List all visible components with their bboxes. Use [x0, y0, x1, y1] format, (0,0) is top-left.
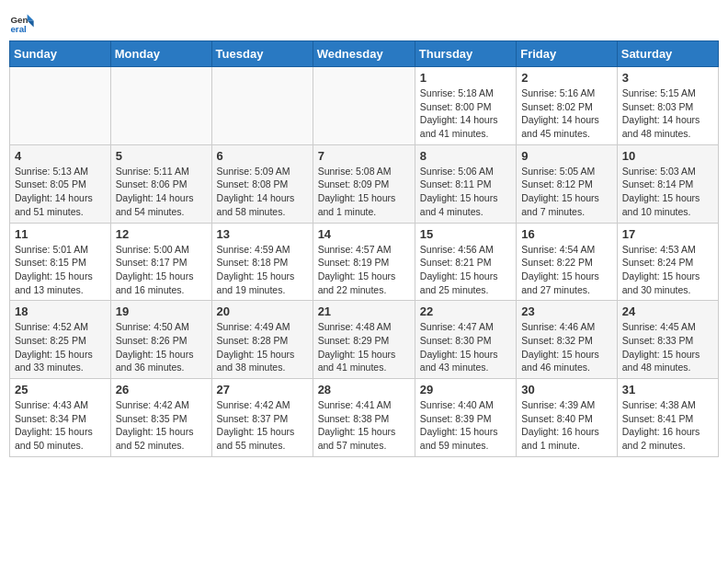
day-number: 10 — [622, 149, 713, 163]
day-number: 5 — [116, 149, 207, 163]
calendar-week-row: 4Sunrise: 5:13 AM Sunset: 8:05 PM Daylig… — [10, 144, 719, 223]
calendar-cell: 12Sunrise: 5:00 AM Sunset: 8:17 PM Dayli… — [110, 223, 211, 301]
calendar-cell: 22Sunrise: 4:47 AM Sunset: 8:30 PM Dayli… — [415, 301, 516, 379]
day-number: 21 — [318, 304, 410, 318]
day-info: Sunrise: 5:18 AM Sunset: 8:00 PM Dayligh… — [420, 86, 511, 141]
day-info: Sunrise: 4:38 AM Sunset: 8:41 PM Dayligh… — [622, 398, 713, 453]
day-info: Sunrise: 4:46 AM Sunset: 8:32 PM Dayligh… — [521, 320, 612, 374]
calendar-cell: 31Sunrise: 4:38 AM Sunset: 8:41 PM Dayli… — [617, 379, 718, 457]
calendar-cell: 20Sunrise: 4:49 AM Sunset: 8:28 PM Dayli… — [211, 301, 313, 379]
day-number: 6 — [217, 149, 308, 163]
calendar-cell: 18Sunrise: 4:52 AM Sunset: 8:25 PM Dayli… — [10, 301, 111, 379]
svg-marker-2 — [28, 15, 34, 21]
day-number: 24 — [622, 304, 713, 318]
day-number: 12 — [116, 227, 207, 241]
calendar-cell: 25Sunrise: 4:43 AM Sunset: 8:34 PM Dayli… — [10, 379, 111, 457]
day-info: Sunrise: 5:05 AM Sunset: 8:12 PM Dayligh… — [521, 165, 612, 219]
calendar-cell: 21Sunrise: 4:48 AM Sunset: 8:29 PM Dayli… — [313, 301, 415, 379]
calendar-cell: 28Sunrise: 4:41 AM Sunset: 8:38 PM Dayli… — [313, 379, 415, 457]
calendar-cell — [10, 67, 111, 145]
calendar-cell: 15Sunrise: 4:56 AM Sunset: 8:21 PM Dayli… — [415, 223, 516, 301]
calendar-cell: 8Sunrise: 5:06 AM Sunset: 8:11 PM Daylig… — [415, 144, 516, 223]
day-info: Sunrise: 5:00 AM Sunset: 8:17 PM Dayligh… — [116, 243, 207, 297]
calendar-cell: 1Sunrise: 5:18 AM Sunset: 8:00 PM Daylig… — [415, 67, 516, 145]
calendar-cell: 7Sunrise: 5:08 AM Sunset: 8:09 PM Daylig… — [313, 144, 415, 223]
day-info: Sunrise: 5:03 AM Sunset: 8:14 PM Dayligh… — [622, 165, 713, 219]
day-number: 25 — [15, 383, 106, 396]
day-number: 8 — [420, 149, 511, 163]
day-number: 14 — [318, 227, 410, 241]
day-number: 4 — [15, 149, 106, 163]
calendar-cell — [211, 67, 313, 145]
day-info: Sunrise: 5:09 AM Sunset: 8:08 PM Dayligh… — [217, 165, 308, 219]
day-header-wednesday: Wednesday — [313, 41, 415, 67]
day-header-saturday: Saturday — [617, 41, 718, 67]
day-info: Sunrise: 5:01 AM Sunset: 8:15 PM Dayligh… — [15, 243, 106, 297]
calendar-cell: 29Sunrise: 4:40 AM Sunset: 8:39 PM Dayli… — [415, 379, 516, 457]
day-info: Sunrise: 5:06 AM Sunset: 8:11 PM Dayligh… — [420, 165, 511, 219]
day-header-sunday: Sunday — [10, 41, 111, 67]
day-info: Sunrise: 4:42 AM Sunset: 8:37 PM Dayligh… — [217, 398, 308, 453]
calendar-cell: 30Sunrise: 4:39 AM Sunset: 8:40 PM Dayli… — [517, 379, 618, 457]
calendar-cell: 27Sunrise: 4:42 AM Sunset: 8:37 PM Dayli… — [211, 379, 313, 457]
day-number: 9 — [521, 149, 612, 163]
day-info: Sunrise: 4:59 AM Sunset: 8:18 PM Dayligh… — [217, 243, 308, 297]
day-info: Sunrise: 5:13 AM Sunset: 8:05 PM Dayligh… — [15, 165, 106, 219]
day-number: 19 — [116, 304, 207, 318]
logo: Gen eral — [9, 9, 37, 35]
day-info: Sunrise: 4:39 AM Sunset: 8:40 PM Dayligh… — [521, 398, 612, 453]
day-info: Sunrise: 4:43 AM Sunset: 8:34 PM Dayligh… — [15, 398, 106, 453]
calendar-cell: 5Sunrise: 5:11 AM Sunset: 8:06 PM Daylig… — [110, 144, 211, 223]
calendar-cell: 14Sunrise: 4:57 AM Sunset: 8:19 PM Dayli… — [313, 223, 415, 301]
day-number: 23 — [521, 304, 612, 318]
svg-text:eral: eral — [10, 24, 27, 34]
calendar-cell: 3Sunrise: 5:15 AM Sunset: 8:03 PM Daylig… — [617, 67, 718, 145]
svg-marker-3 — [28, 21, 34, 28]
day-header-thursday: Thursday — [415, 41, 516, 67]
day-info: Sunrise: 4:40 AM Sunset: 8:39 PM Dayligh… — [420, 398, 511, 453]
calendar-cell: 13Sunrise: 4:59 AM Sunset: 8:18 PM Dayli… — [211, 223, 313, 301]
day-info: Sunrise: 5:11 AM Sunset: 8:06 PM Dayligh… — [116, 165, 207, 219]
day-info: Sunrise: 4:42 AM Sunset: 8:35 PM Dayligh… — [116, 398, 207, 453]
day-number: 18 — [15, 304, 106, 318]
calendar-cell: 10Sunrise: 5:03 AM Sunset: 8:14 PM Dayli… — [617, 144, 718, 223]
day-info: Sunrise: 5:15 AM Sunset: 8:03 PM Dayligh… — [622, 86, 713, 141]
calendar-cell: 23Sunrise: 4:46 AM Sunset: 8:32 PM Dayli… — [517, 301, 618, 379]
day-number: 22 — [420, 304, 511, 318]
calendar-cell: 2Sunrise: 5:16 AM Sunset: 8:02 PM Daylig… — [517, 67, 618, 145]
calendar-week-row: 1Sunrise: 5:18 AM Sunset: 8:00 PM Daylig… — [10, 67, 719, 145]
day-header-tuesday: Tuesday — [211, 41, 313, 67]
day-number: 13 — [217, 227, 308, 241]
calendar-cell: 16Sunrise: 4:54 AM Sunset: 8:22 PM Dayli… — [517, 223, 618, 301]
page-header: Gen eral — [9, 9, 719, 35]
calendar-week-row: 18Sunrise: 4:52 AM Sunset: 8:25 PM Dayli… — [10, 301, 719, 379]
day-header-friday: Friday — [517, 41, 618, 67]
day-number: 17 — [622, 227, 713, 241]
day-number: 28 — [318, 383, 410, 396]
day-info: Sunrise: 5:16 AM Sunset: 8:02 PM Dayligh… — [521, 86, 612, 141]
day-info: Sunrise: 4:56 AM Sunset: 8:21 PM Dayligh… — [420, 243, 511, 297]
day-info: Sunrise: 4:45 AM Sunset: 8:33 PM Dayligh… — [622, 320, 713, 374]
day-number: 16 — [521, 227, 612, 241]
calendar-cell: 4Sunrise: 5:13 AM Sunset: 8:05 PM Daylig… — [10, 144, 111, 223]
day-info: Sunrise: 4:41 AM Sunset: 8:38 PM Dayligh… — [318, 398, 410, 453]
calendar-cell: 11Sunrise: 5:01 AM Sunset: 8:15 PM Dayli… — [10, 223, 111, 301]
day-info: Sunrise: 4:52 AM Sunset: 8:25 PM Dayligh… — [15, 320, 106, 374]
day-number: 2 — [521, 71, 612, 85]
day-number: 15 — [420, 227, 511, 241]
day-number: 11 — [15, 227, 106, 241]
day-info: Sunrise: 4:48 AM Sunset: 8:29 PM Dayligh… — [318, 320, 410, 374]
day-number: 30 — [521, 383, 612, 396]
day-info: Sunrise: 5:08 AM Sunset: 8:09 PM Dayligh… — [318, 165, 410, 219]
day-info: Sunrise: 4:50 AM Sunset: 8:26 PM Dayligh… — [116, 320, 207, 374]
day-number: 26 — [116, 383, 207, 396]
calendar-cell — [313, 67, 415, 145]
day-number: 3 — [622, 71, 713, 85]
calendar-week-row: 25Sunrise: 4:43 AM Sunset: 8:34 PM Dayli… — [10, 379, 719, 457]
calendar-cell — [110, 67, 211, 145]
calendar-cell: 17Sunrise: 4:53 AM Sunset: 8:24 PM Dayli… — [617, 223, 718, 301]
day-info: Sunrise: 4:49 AM Sunset: 8:28 PM Dayligh… — [217, 320, 308, 374]
calendar-header-row: SundayMondayTuesdayWednesdayThursdayFrid… — [10, 41, 719, 67]
day-info: Sunrise: 4:47 AM Sunset: 8:30 PM Dayligh… — [420, 320, 511, 374]
calendar-cell: 9Sunrise: 5:05 AM Sunset: 8:12 PM Daylig… — [517, 144, 618, 223]
